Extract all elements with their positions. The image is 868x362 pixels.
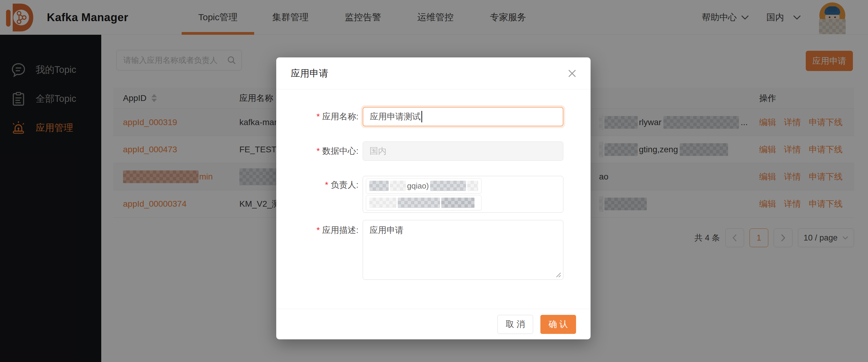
- form-row-datacenter: *数据中心: 国内: [276, 141, 591, 161]
- principals-multiselect[interactable]: gqiao): [363, 176, 563, 213]
- form-row-principals: *负责人: gqiao): [276, 176, 591, 213]
- close-icon[interactable]: [567, 68, 577, 78]
- required-mark: *: [325, 180, 328, 190]
- modal-footer: 取 消 确 认: [276, 309, 591, 339]
- description-textarea[interactable]: 应用申请: [363, 220, 563, 280]
- required-mark: *: [316, 225, 320, 235]
- principal-tag[interactable]: [366, 195, 482, 210]
- resize-handle-icon[interactable]: [555, 271, 561, 278]
- blur-mosaic: [430, 181, 466, 191]
- blur-mosaic: [398, 198, 440, 208]
- blur-mosaic: [441, 198, 474, 208]
- modal-title: 应用申请: [291, 67, 328, 80]
- blur-mosaic: [369, 198, 397, 208]
- confirm-button[interactable]: 确 认: [540, 315, 576, 334]
- field-label: *应用名称:: [276, 107, 359, 126]
- field-label: *数据中心:: [276, 141, 359, 161]
- blur-mosaic: [467, 181, 478, 191]
- required-mark: *: [316, 146, 320, 156]
- form-row-description: *应用描述: 应用申请: [276, 220, 591, 280]
- principal-tag[interactable]: gqiao): [366, 178, 482, 193]
- modal-body: *应用名称: 应用申请测试 *数据中心: 国内 *负责人:: [276, 90, 591, 280]
- field-label: *负责人:: [276, 176, 359, 213]
- cancel-button[interactable]: 取 消: [497, 315, 533, 334]
- app-apply-modal: 应用申请 *应用名称: 应用申请测试 *数据中心: 国内: [276, 57, 591, 339]
- datacenter-input-disabled: 国内: [363, 141, 563, 161]
- field-label: *应用描述:: [276, 220, 359, 280]
- modal-header: 应用申请: [276, 57, 591, 90]
- app-name-input[interactable]: 应用申请测试: [363, 107, 563, 126]
- text-caret: [421, 111, 422, 122]
- required-mark: *: [316, 112, 320, 121]
- form-row-app-name: *应用名称: 应用申请测试: [276, 107, 591, 126]
- blur-mosaic: [390, 181, 406, 191]
- blur-mosaic: [369, 181, 389, 191]
